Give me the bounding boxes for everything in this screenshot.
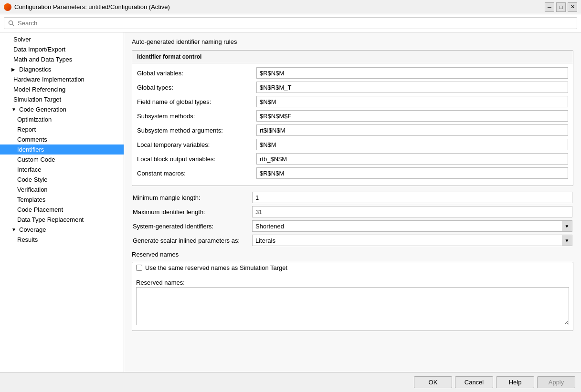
ok-button[interactable]: OK (414, 376, 452, 388)
local-block-input[interactable] (256, 153, 568, 165)
reserved-names-textarea[interactable] (136, 287, 569, 325)
subsystem-methods-label: Subsystem methods: (137, 113, 256, 120)
reserved-names-checkbox-row: Use the same reserved names as Simulatio… (132, 262, 573, 273)
sidebar-item-label: Diagnostics (19, 66, 51, 73)
sidebar-item-label: Solver (13, 36, 31, 43)
global-types-label: Global types: (137, 84, 256, 91)
max-identifier-input[interactable] (252, 206, 572, 217)
local-temp-input[interactable] (256, 139, 568, 150)
code-style-label: Code Style (17, 176, 48, 183)
sidebar-item-code-placement[interactable]: Code Placement (0, 205, 124, 215)
section-title: Auto-generated identifier naming rules (132, 38, 573, 45)
coverage-toggle: ▼ (11, 227, 17, 232)
sidebar-item-label: Hardware Implementation (13, 76, 85, 83)
custom-code-label: Custom Code (17, 156, 55, 163)
sidebar-item-label: Data Import/Export (13, 46, 65, 53)
panel-body: Global variables: Global types: Field na… (132, 63, 573, 186)
sys-generated-select[interactable]: Shortened Unique (252, 220, 572, 232)
reserved-names-label: Reserved names: (132, 277, 573, 287)
sidebar-item-comments[interactable]: Comments (0, 134, 124, 144)
cancel-button[interactable]: Cancel (455, 376, 493, 388)
sys-generated-row: System-generated identifiers: Shortened … (133, 220, 572, 232)
max-identifier-label: Maximum identifier length: (133, 208, 252, 216)
field-name-label: Field name of global types: (137, 98, 256, 105)
panel-header: Identifier format control (132, 51, 573, 63)
sidebar: Solver Data Import/Export Math and Data … (0, 32, 124, 372)
sidebar-item-interface[interactable]: Interface (0, 165, 124, 175)
sidebar-item-results[interactable]: Results (0, 235, 124, 245)
sidebar-item-report[interactable]: Report (0, 124, 124, 134)
subsystem-args-input[interactable] (256, 124, 568, 136)
min-mangle-input[interactable] (252, 192, 572, 203)
global-types-input[interactable] (256, 82, 568, 93)
field-name-row: Field name of global types: (137, 96, 568, 107)
scalar-inlined-select[interactable]: Literals Macros (252, 235, 572, 246)
scalar-inlined-label: Generate scalar inlined parameters as: (133, 237, 252, 244)
reserved-textarea-wrapper (132, 287, 573, 330)
close-button[interactable]: ✕ (568, 2, 577, 12)
sidebar-item-custom-code[interactable]: Custom Code (0, 155, 124, 165)
sidebar-item-solver[interactable]: Solver (0, 34, 124, 44)
min-mangle-label: Minimum mangle length: (133, 194, 252, 201)
local-temp-row: Local temporary variables: (137, 139, 568, 150)
templates-label: Templates (17, 196, 45, 203)
coverage-label: Coverage (19, 226, 46, 233)
sidebar-item-model-referencing[interactable]: Model Referencing (0, 84, 124, 94)
sys-generated-wrapper: Shortened Unique ▼ (252, 220, 572, 232)
verification-label: Verification (17, 186, 48, 193)
sidebar-item-data-type-replacement[interactable]: Data Type Replacement (0, 215, 124, 225)
local-block-row: Local block output variables: (137, 153, 568, 165)
mangle-settings: Minimum mangle length: Maximum identifie… (132, 192, 573, 246)
constant-macros-label: Constant macros: (137, 170, 256, 177)
sidebar-item-label: Code Generation (19, 106, 66, 113)
subsystem-methods-row: Subsystem methods: (137, 110, 568, 122)
identifier-format-panel: Identifier format control Global variabl… (132, 50, 573, 186)
reserved-names-panel: Use the same reserved names as Simulatio… (132, 262, 573, 331)
bottom-bar: OK Cancel Help Apply (0, 372, 581, 392)
reserved-names-title: Reserved names (132, 251, 573, 258)
global-variables-label: Global variables: (137, 70, 256, 77)
sidebar-item-templates[interactable]: Templates (0, 195, 124, 205)
content-area: Auto-generated identifier naming rules I… (124, 32, 581, 372)
report-label: Report (17, 126, 36, 133)
subsystem-args-row: Subsystem method arguments: (137, 124, 568, 136)
constant-macros-input[interactable] (256, 167, 568, 179)
global-types-row: Global types: (137, 82, 568, 93)
scalar-inlined-row: Generate scalar inlined parameters as: L… (133, 235, 572, 246)
main-content: Solver Data Import/Export Math and Data … (0, 32, 581, 372)
sidebar-item-code-generation[interactable]: ▼ Code Generation (0, 104, 124, 114)
codegen-toggle: ▼ (11, 107, 17, 112)
title-bar: Configuration Parameters: untitled/Confi… (0, 0, 581, 14)
local-temp-label: Local temporary variables: (137, 141, 256, 148)
minimize-button[interactable]: ─ (545, 2, 554, 12)
sidebar-item-optimization[interactable]: Optimization (0, 114, 124, 124)
sidebar-item-data-import[interactable]: Data Import/Export (0, 44, 124, 54)
opt-label: Optimization (17, 116, 52, 123)
help-button[interactable]: Help (496, 376, 534, 388)
reserved-names-checkbox[interactable] (136, 265, 142, 271)
max-identifier-row: Maximum identifier length: (133, 206, 572, 217)
subsystem-methods-input[interactable] (256, 110, 568, 122)
sidebar-item-diagnostics[interactable]: ▶ Diagnostics (0, 64, 124, 74)
sidebar-item-label: Simulation Target (13, 96, 61, 103)
sidebar-item-verification[interactable]: Verification (0, 185, 124, 195)
maximize-button[interactable]: □ (556, 2, 566, 12)
scalar-inlined-wrapper: Literals Macros ▼ (252, 235, 572, 246)
sidebar-item-coverage[interactable]: ▼ Coverage (0, 225, 124, 235)
field-name-input[interactable] (256, 96, 568, 107)
sidebar-item-label: Math and Data Types (13, 56, 72, 63)
comments-label: Comments (17, 136, 47, 143)
global-variables-input[interactable] (256, 67, 568, 79)
constant-macros-row: Constant macros: (137, 167, 568, 179)
code-placement-label: Code Placement (17, 206, 63, 213)
sidebar-item-simulation-target[interactable]: Simulation Target (0, 94, 124, 104)
sidebar-item-math-data-types[interactable]: Math and Data Types (0, 54, 124, 64)
sys-generated-label: System-generated identifiers: (133, 223, 252, 230)
sidebar-item-hardware[interactable]: Hardware Implementation (0, 74, 124, 84)
window-controls: ─ □ ✕ (545, 2, 577, 12)
apply-button[interactable]: Apply (537, 376, 575, 388)
sidebar-item-identifiers[interactable]: Identifiers (0, 144, 124, 155)
sidebar-item-code-style[interactable]: Code Style (0, 175, 124, 185)
search-input[interactable] (4, 17, 577, 29)
min-mangle-row: Minimum mangle length: (133, 192, 572, 203)
